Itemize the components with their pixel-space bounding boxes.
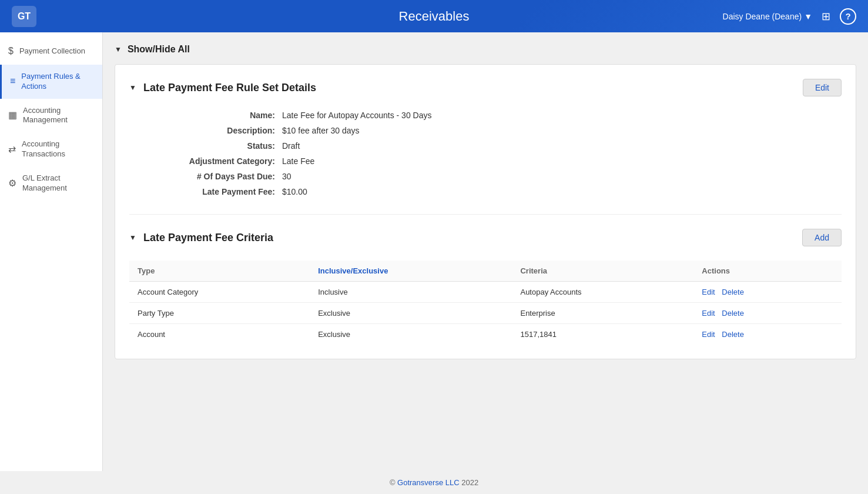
criteria-table-head: Type Inclusive/Exclusive Criteria Action… bbox=[129, 261, 842, 282]
detail-row-adjustment-category: Adjustment Category: Late Fee bbox=[153, 156, 842, 166]
criteria-table: Type Inclusive/Exclusive Criteria Action… bbox=[129, 261, 842, 345]
row-criteria: 1517,1841 bbox=[512, 324, 693, 345]
sidebar-item-label: Payment Collection bbox=[19, 46, 85, 56]
sidebar-item-accounting-management[interactable]: ▦ Accounting Management bbox=[0, 99, 102, 133]
col-header-inclusive-exclusive: Inclusive/Exclusive bbox=[310, 261, 512, 282]
add-criteria-button[interactable]: Add bbox=[802, 229, 842, 246]
detail-row-days-past-due: # Of Days Past Due: 30 bbox=[153, 172, 842, 181]
dropdown-arrow-icon: ▼ bbox=[804, 12, 812, 21]
criteria-collapse-icon[interactable]: ▼ bbox=[129, 233, 136, 242]
section-collapse-icon[interactable]: ▼ bbox=[129, 84, 136, 92]
edit-row-2-link[interactable]: Edit bbox=[702, 330, 715, 339]
table-row: Account Exclusive 1517,1841 Edit Delete bbox=[129, 324, 842, 345]
field-value-late-payment-fee: $10.00 bbox=[282, 187, 307, 196]
edit-row-0-link[interactable]: Edit bbox=[702, 288, 715, 296]
delete-row-1-link[interactable]: Delete bbox=[722, 309, 744, 318]
row-actions: Edit Delete bbox=[693, 282, 842, 303]
criteria-title: Late Payment Fee Criteria bbox=[143, 232, 273, 244]
row-actions: Edit Delete bbox=[693, 324, 842, 345]
grid-icon: ▦ bbox=[8, 109, 17, 122]
page-title: Receivables bbox=[399, 9, 470, 24]
col-header-criteria: Criteria bbox=[512, 261, 693, 282]
show-hide-all-bar[interactable]: ▼ Show/Hide All bbox=[115, 44, 856, 55]
field-label-late-payment-fee: Late Payment Fee: bbox=[153, 187, 282, 196]
detail-row-name: Name: Late Fee for Autopay Accounts - 30… bbox=[153, 111, 842, 120]
header-right: Daisy Deane (Deane) ▼ ⊞ ? bbox=[723, 8, 856, 25]
field-label-name: Name: bbox=[153, 111, 282, 120]
sidebar-item-label: G/L Extract Management bbox=[22, 173, 94, 193]
col-header-actions: Actions bbox=[693, 261, 842, 282]
footer-link[interactable]: Gotransverse LLC bbox=[397, 478, 460, 487]
sidebar-item-gl-extract-management[interactable]: ⚙ G/L Extract Management bbox=[0, 166, 102, 201]
content-area: ▼ Show/Hide All ▼ Late Payment Fee Rule … bbox=[103, 32, 868, 471]
footer-copyright: © bbox=[390, 478, 397, 487]
dollar-icon: $ bbox=[8, 45, 14, 58]
row-type: Party Type bbox=[129, 303, 310, 324]
sidebar-item-payment-collection[interactable]: $ Payment Collection bbox=[0, 38, 102, 65]
field-value-name: Late Fee for Autopay Accounts - 30 Days bbox=[282, 111, 431, 120]
collapse-arrow-icon: ▼ bbox=[115, 45, 122, 54]
criteria-table-header-row: Type Inclusive/Exclusive Criteria Action… bbox=[129, 261, 842, 282]
sidebar: $ Payment Collection ≡ Payment Rules & A… bbox=[0, 32, 103, 471]
detail-row-status: Status: Draft bbox=[153, 141, 842, 151]
row-actions: Edit Delete bbox=[693, 303, 842, 324]
sidebar-item-label: Payment Rules & Actions bbox=[21, 72, 94, 92]
field-label-adjustment-category: Adjustment Category: bbox=[153, 156, 282, 166]
delete-row-0-link[interactable]: Delete bbox=[722, 288, 744, 296]
section-divider bbox=[129, 214, 842, 215]
apps-grid-icon[interactable]: ⊞ bbox=[822, 10, 830, 23]
detail-row-description: Description: $10 fee after 30 days bbox=[153, 126, 842, 135]
detail-row-late-payment-fee: Late Payment Fee: $10.00 bbox=[153, 187, 842, 196]
user-name: Daisy Deane (Deane) bbox=[723, 12, 802, 21]
col-header-type: Type bbox=[129, 261, 310, 282]
show-hide-label: Show/Hide All bbox=[128, 44, 190, 55]
row-type: Account Category bbox=[129, 282, 310, 303]
gear-icon: ⚙ bbox=[8, 178, 16, 190]
row-criteria: Enterprise bbox=[512, 303, 693, 324]
row-inclusive-exclusive: Inclusive bbox=[310, 282, 512, 303]
edit-rule-set-button[interactable]: Edit bbox=[803, 79, 842, 96]
rule-set-details-header: ▼ Late Payment Fee Rule Set Details Edit bbox=[129, 79, 842, 96]
field-value-description: $10 fee after 30 days bbox=[282, 126, 360, 135]
footer: © Gotransverse LLC 2022 bbox=[0, 471, 868, 494]
sidebar-item-label: Accounting Transactions bbox=[22, 139, 94, 159]
delete-row-2-link[interactable]: Delete bbox=[722, 330, 744, 339]
rule-set-details-fields: Name: Late Fee for Autopay Accounts - 30… bbox=[153, 111, 842, 196]
main-card: ▼ Late Payment Fee Rule Set Details Edit… bbox=[115, 64, 856, 359]
table-row: Party Type Exclusive Enterprise Edit Del… bbox=[129, 303, 842, 324]
logo: GT bbox=[12, 6, 36, 27]
field-value-days-past-due: 30 bbox=[282, 172, 291, 181]
sidebar-item-label: Accounting Management bbox=[23, 106, 94, 126]
row-inclusive-exclusive: Exclusive bbox=[310, 324, 512, 345]
field-label-status: Status: bbox=[153, 141, 282, 151]
criteria-title-row: ▼ Late Payment Fee Criteria bbox=[129, 232, 273, 244]
help-icon[interactable]: ? bbox=[840, 8, 856, 25]
rule-set-title-row: ▼ Late Payment Fee Rule Set Details bbox=[129, 82, 316, 94]
header: GT Receivables Daisy Deane (Deane) ▼ ⊞ ? bbox=[0, 0, 868, 32]
transfer-icon: ⇄ bbox=[8, 143, 16, 156]
sidebar-item-payment-rules-actions[interactable]: ≡ Payment Rules & Actions bbox=[0, 65, 102, 99]
rule-set-details-title: Late Payment Fee Rule Set Details bbox=[143, 82, 316, 94]
sidebar-item-accounting-transactions[interactable]: ⇄ Accounting Transactions bbox=[0, 132, 102, 166]
row-criteria: Autopay Accounts bbox=[512, 282, 693, 303]
field-value-adjustment-category: Late Fee bbox=[282, 156, 314, 166]
criteria-table-body: Account Category Inclusive Autopay Accou… bbox=[129, 282, 842, 345]
criteria-section-header: ▼ Late Payment Fee Criteria Add bbox=[129, 229, 842, 246]
row-type: Account bbox=[129, 324, 310, 345]
footer-year: 2022 bbox=[460, 478, 479, 487]
table-row: Account Category Inclusive Autopay Accou… bbox=[129, 282, 842, 303]
field-label-description: Description: bbox=[153, 126, 282, 135]
field-label-days-past-due: # Of Days Past Due: bbox=[153, 172, 282, 181]
list-icon: ≡ bbox=[10, 75, 15, 88]
row-inclusive-exclusive: Exclusive bbox=[310, 303, 512, 324]
main-layout: $ Payment Collection ≡ Payment Rules & A… bbox=[0, 32, 868, 471]
edit-row-1-link[interactable]: Edit bbox=[702, 309, 715, 318]
user-menu[interactable]: Daisy Deane (Deane) ▼ bbox=[723, 12, 812, 21]
field-value-status: Draft bbox=[282, 141, 300, 151]
